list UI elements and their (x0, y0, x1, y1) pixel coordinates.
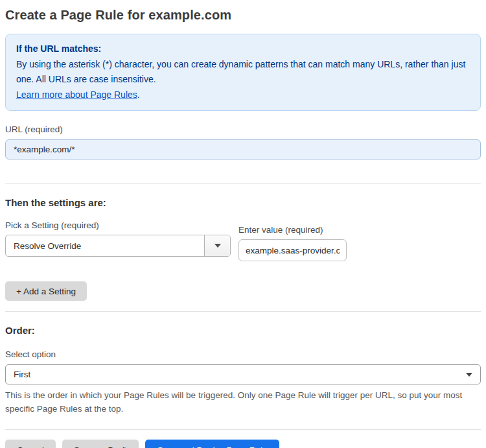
add-setting-button[interactable]: + Add a Setting (5, 281, 87, 301)
order-select-label: Select option (5, 349, 481, 359)
info-box-link-line: Learn more about Page Rules. (16, 88, 470, 103)
page-title: Create a Page Rule for example.com (5, 8, 481, 23)
order-help-text: This is the order in which your Page Rul… (5, 388, 472, 416)
setting-select-value: Resolve Override (6, 235, 204, 256)
order-select[interactable]: First (5, 364, 481, 384)
info-box-heading: If the URL matches: (16, 41, 470, 57)
setting-select[interactable]: Resolve Override (5, 235, 231, 257)
setting-value-column: Enter value (required) (238, 225, 347, 261)
cancel-button[interactable]: Cancel (5, 440, 56, 448)
divider (5, 429, 481, 430)
link-period: . (137, 89, 140, 100)
settings-section-heading: Then the settings are: (5, 197, 481, 208)
setting-value-input[interactable] (238, 239, 347, 261)
info-box-body: By using the asterisk (*) character, you… (16, 57, 470, 88)
url-field-label: URL (required) (5, 124, 481, 134)
save-as-draft-button[interactable]: Save as Draft (62, 440, 139, 448)
setting-picker-label: Pick a Setting (required) (5, 220, 231, 230)
url-input[interactable] (5, 139, 481, 159)
divider (5, 183, 481, 184)
save-and-deploy-button[interactable]: Save and Deploy Page Rule (145, 440, 280, 448)
order-select-value: First (14, 370, 30, 379)
setting-select-arrow-button[interactable] (204, 235, 230, 256)
setting-picker-column: Pick a Setting (required) Resolve Overri… (5, 220, 231, 257)
order-section-heading: Order: (5, 325, 481, 336)
learn-more-link[interactable]: Learn more about Page Rules (16, 89, 137, 100)
chevron-down-icon (214, 244, 221, 248)
chevron-down-icon (466, 373, 472, 377)
setting-row: Pick a Setting (required) Resolve Overri… (5, 220, 481, 261)
divider (5, 311, 481, 312)
setting-value-label: Enter value (required) (238, 225, 347, 235)
form-actions: Cancel Save as Draft Save and Deploy Pag… (5, 440, 481, 448)
url-match-info-box: If the URL matches: By using the asteris… (5, 34, 481, 111)
